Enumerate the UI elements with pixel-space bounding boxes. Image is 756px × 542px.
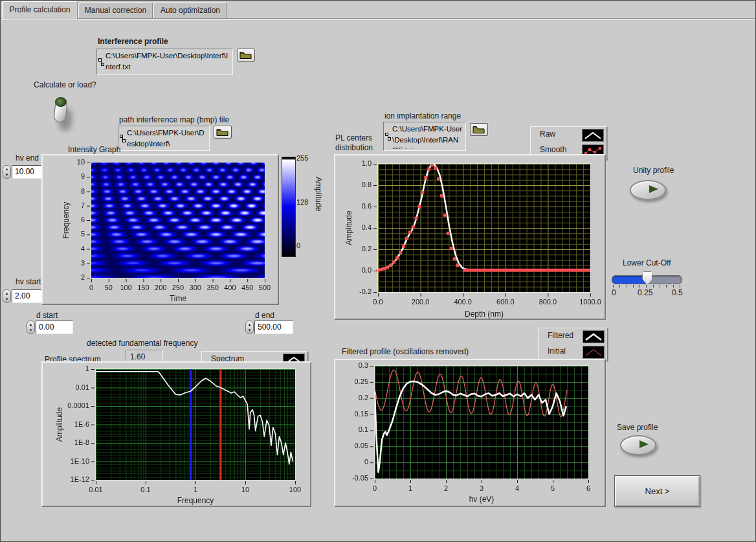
filtered-legend-initial-label: Initial — [548, 346, 566, 356]
green-arrow-icon — [649, 185, 658, 193]
interference-profile-path-text[interactable]: C:\Users\FMPK-User\Desktop\Interf\Interf… — [106, 51, 231, 73]
next-button[interactable]: Next > — [614, 475, 700, 507]
folder-icon — [239, 51, 252, 59]
ion-range-label: ion implantation range — [384, 111, 461, 121]
slider-mid-label: 0.25 — [638, 288, 652, 297]
lower-cutoff-label: Lower Cut-Off — [623, 258, 671, 268]
d-start-field[interactable]: 0.00 — [36, 321, 73, 334]
d-start-spinner[interactable]: ▲▼ — [27, 321, 35, 334]
calculate-or-load-label: Calculate or load? — [34, 80, 96, 90]
d-end-field[interactable]: 500.00 — [254, 321, 293, 334]
pl-graph-panel — [334, 154, 606, 320]
d-start-label: d start — [36, 311, 58, 321]
switch-cap — [55, 97, 67, 107]
filtered-legend-filtered-label: Filtered — [548, 331, 573, 340]
intensity-graph-title: Intensity Graph — [68, 145, 120, 155]
tab-strip-divider — [1, 18, 755, 20]
intensity-graph-panel — [41, 154, 279, 305]
colorbar-mid-label: 128 — [296, 198, 308, 206]
colorbar-axis-label: Amplitude — [314, 177, 323, 211]
intensity-graph-canvas[interactable] — [43, 155, 278, 304]
ion-range-browse-button[interactable] — [470, 123, 488, 136]
path-icon — [120, 135, 126, 142]
bmp-file-label: path interference map (bmp) file — [119, 115, 229, 125]
pl-legend-smooth-label: Smooth — [540, 145, 566, 154]
calculate-or-load-switch[interactable] — [54, 96, 67, 122]
slider-ticks — [613, 285, 680, 288]
interference-profile-path[interactable]: C:\Users\FMPK-User\Desktop\Interf\Interf… — [96, 49, 233, 75]
slider-max-label: 0.5 — [672, 288, 683, 297]
ion-range-path[interactable]: C:\Users\FMPK-User\Desktop\Interf\RANGE.… — [383, 122, 466, 151]
folder-icon — [472, 126, 485, 133]
bmp-file-path[interactable]: C:\Users\FMPK-User\Desktop\Interf\ — [118, 126, 210, 151]
path-icon — [385, 133, 391, 141]
filtered-legend[interactable]: Filtered Initial — [538, 328, 608, 361]
d-end-label: d end — [255, 311, 274, 321]
hv-start-label: hv start — [16, 277, 41, 287]
save-profile-button[interactable] — [620, 435, 656, 455]
intensity-colorbar[interactable] — [282, 157, 296, 257]
bmp-browse-button[interactable] — [214, 126, 232, 139]
unity-profile-button[interactable] — [630, 180, 666, 200]
slider-min-label: 0 — [612, 288, 616, 297]
hv-end-label: hv end — [16, 153, 39, 163]
colorbar-max-label: 255 — [296, 154, 308, 162]
spectrum-graph-canvas[interactable] — [43, 363, 310, 506]
colorbar-min-label: 0 — [296, 242, 300, 249]
path-icon — [98, 58, 104, 66]
spectrum-graph-panel — [41, 361, 311, 507]
tab-manual-correction[interactable]: Manual correction — [78, 2, 153, 19]
pl-legend-raw-icon[interactable] — [582, 129, 604, 142]
hv-start-spinner[interactable]: ▲▼ — [3, 289, 11, 303]
filtered-legend-filtered-icon[interactable] — [583, 330, 605, 343]
filtered-graph-canvas[interactable] — [335, 360, 605, 506]
filtered-graph-panel — [334, 359, 606, 507]
interference-browse-button[interactable] — [237, 49, 255, 62]
green-arrow-icon — [639, 440, 649, 448]
unity-profile-label: Unity profile — [633, 166, 674, 175]
tab-profile-calculation[interactable]: Profile calculation — [2, 1, 78, 19]
lower-cutoff-slider[interactable]: 0 0.25 0.5 — [612, 271, 682, 300]
tab-auto-optimization[interactable]: Auto optimization — [153, 2, 227, 19]
folder-icon — [216, 128, 228, 136]
bmp-file-path-text[interactable]: C:\Users\FMPK-User\Desktop\Interf\ — [127, 128, 208, 149]
save-profile-label: Save profile — [617, 423, 658, 433]
pl-graph-canvas[interactable] — [335, 155, 605, 319]
ion-range-path-text[interactable]: C:\Users\FMPK-User\Desktop\Interf\RANGE.… — [392, 124, 464, 149]
pl-centers-label: PL centers distribution — [335, 133, 373, 153]
filtered-legend-initial-icon[interactable] — [583, 346, 605, 359]
interference-profile-label: Interference profile — [98, 37, 168, 47]
labview-front-panel: Profile calculation Manual correction Au… — [0, 0, 756, 542]
pl-legend-raw-label: Raw — [540, 130, 555, 139]
d-end-spinner[interactable]: ▲▼ — [245, 321, 254, 334]
tab-bar: Profile calculation Manual correction Au… — [1, 1, 755, 19]
hv-end-spinner[interactable]: ▲▼ — [3, 165, 11, 179]
detected-frequency-label: detected fundamental frequency — [87, 339, 197, 348]
filtered-profile-title: Filtered profile (oscillations removed) — [342, 347, 469, 357]
